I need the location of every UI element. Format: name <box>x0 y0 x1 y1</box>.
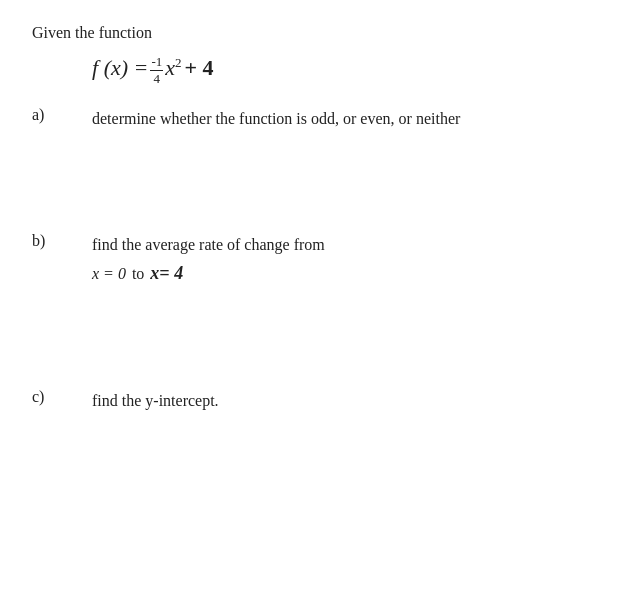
part-a: a) determine whether the function is odd… <box>32 106 598 132</box>
fraction: -1 4 <box>150 54 163 86</box>
constant-term: + 4 <box>185 55 214 81</box>
part-b-text: find the average rate of change from <box>92 236 325 253</box>
part-b-content: find the average rate of change from x =… <box>92 232 598 288</box>
part-b: b) find the average rate of change from … <box>32 232 598 288</box>
given-text: Given the function <box>32 24 598 42</box>
x-to: x= 4 <box>150 259 183 288</box>
part-c-label: c) <box>32 388 92 414</box>
to-word: to <box>132 261 144 287</box>
part-c-content: find the y-intercept. <box>92 388 598 414</box>
function-display: f (x) = -1 4 x2 + 4 <box>92 52 598 84</box>
fraction-denominator: 4 <box>153 71 162 87</box>
part-b-label: b) <box>32 232 92 288</box>
exponent: 2 <box>175 55 182 70</box>
part-a-label: a) <box>32 106 92 132</box>
part-a-content: determine whether the function is odd, o… <box>92 106 598 132</box>
x-squared-term: x2 <box>165 55 181 81</box>
x-from: x = 0 <box>92 261 126 287</box>
part-c: c) find the y-intercept. <box>32 388 598 414</box>
x-range-line: x = 0 to x= 4 <box>92 259 598 288</box>
function-notation: f (x) = <box>92 55 148 81</box>
fraction-numerator: -1 <box>150 54 163 71</box>
